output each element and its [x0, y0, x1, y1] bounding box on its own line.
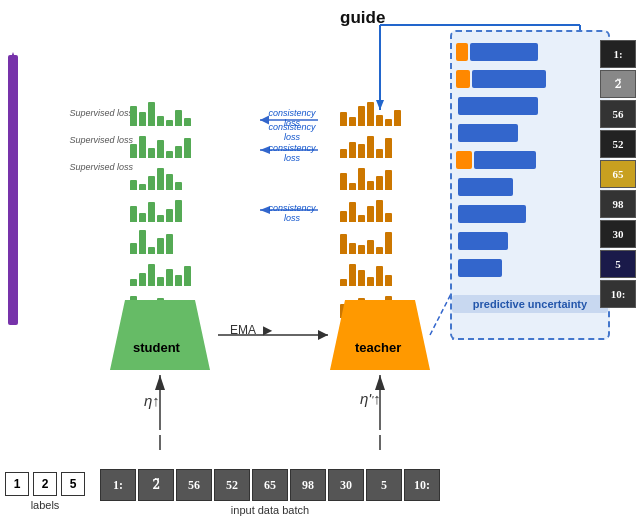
- teacher-up-arrow-head: [375, 375, 385, 390]
- student-up-arrow-head: [155, 375, 165, 390]
- img-cell-0: 1:: [600, 40, 636, 68]
- batch-img-1: 2̈: [138, 469, 174, 501]
- batch-img-2: 56: [176, 469, 212, 501]
- sup-loss-3: Supervised loss: [68, 162, 133, 172]
- batch-img-8: 10:: [404, 469, 440, 501]
- img-strip: 1: 2̈ 56 52 65 98 30 5 10:: [600, 40, 636, 308]
- ema-label: EMA ▶: [230, 323, 272, 337]
- teacher-pred-area: [340, 100, 401, 318]
- batch-img-0: 1:: [100, 469, 136, 501]
- sup-loss-1: Supervised loss: [68, 108, 133, 118]
- img-cell-8: 10:: [600, 280, 636, 308]
- student-bar-group-2: [130, 164, 191, 190]
- img-cell-1: 2̈: [600, 70, 636, 98]
- eta-teacher: η''↑: [360, 390, 381, 407]
- batch-label: input data batch: [231, 504, 309, 516]
- batch-img-6: 30: [328, 469, 364, 501]
- sup-loss-2: Supervised loss: [68, 135, 133, 145]
- student-bar-group-0: [130, 100, 191, 126]
- student-bar-group-1: [130, 132, 191, 158]
- img-cell-5: 98: [600, 190, 636, 218]
- img-cell-3: 52: [600, 130, 636, 158]
- teacher-bar-group-2: [340, 164, 401, 190]
- diagram-container: guide Supervised loss Supervised loss Su…: [0, 0, 640, 521]
- input-batch-images: 1: 2̈ 56 52 65 98 30 5 10:: [100, 469, 440, 501]
- student-label: student: [133, 340, 180, 355]
- eta-student: η↑: [144, 392, 160, 409]
- ema-arrow-icon: ▶: [263, 323, 272, 337]
- purple-arrow-up: [8, 52, 18, 65]
- label-2: 2: [33, 472, 57, 496]
- ema-arrow-head: [318, 330, 328, 340]
- input-batch-section: 1: 2̈ 56 52 65 98 30 5 10: input data ba…: [100, 469, 440, 516]
- labels-text: labels: [31, 499, 60, 511]
- batch-img-3: 52: [214, 469, 250, 501]
- teacher-bar-group-1: [340, 132, 401, 158]
- batch-img-7: 5: [366, 469, 402, 501]
- pred-uncertainty-bars: [456, 40, 546, 280]
- batch-img-5: 98: [290, 469, 326, 501]
- label-1: 1: [5, 472, 29, 496]
- label-3: 5: [61, 472, 85, 496]
- cons-loss-2: consistency loss: [262, 122, 322, 142]
- student-bar-group-5: [130, 260, 191, 286]
- teacher-label: teacher: [355, 340, 401, 355]
- guide-label: guide: [340, 8, 385, 28]
- student-bar-group-4: [130, 228, 191, 254]
- img-cell-7: 5: [600, 250, 636, 278]
- pred-uncertainty-label: predictive uncertainty: [452, 295, 608, 313]
- student-box: [110, 300, 210, 370]
- student-pred-area: [130, 100, 191, 318]
- student-bar-group-3: [130, 196, 191, 222]
- teacher-box: [330, 300, 430, 370]
- teacher-bar-group-3: [340, 196, 401, 222]
- batch-img-4: 65: [252, 469, 288, 501]
- cons-loss-4: consistency loss: [262, 203, 322, 223]
- teacher-bar-group-4: [340, 228, 401, 254]
- img-cell-4: 65: [600, 160, 636, 188]
- cons-loss-3: consistency loss: [262, 143, 322, 163]
- labels-section: 1 2 5 labels: [5, 472, 85, 511]
- purple-bar: [8, 55, 18, 325]
- teacher-bar-group-5: [340, 260, 401, 286]
- img-cell-2: 56: [600, 100, 636, 128]
- label-boxes: 1 2 5: [5, 472, 85, 496]
- teacher-bar-group-0: [340, 100, 401, 126]
- img-cell-6: 30: [600, 220, 636, 248]
